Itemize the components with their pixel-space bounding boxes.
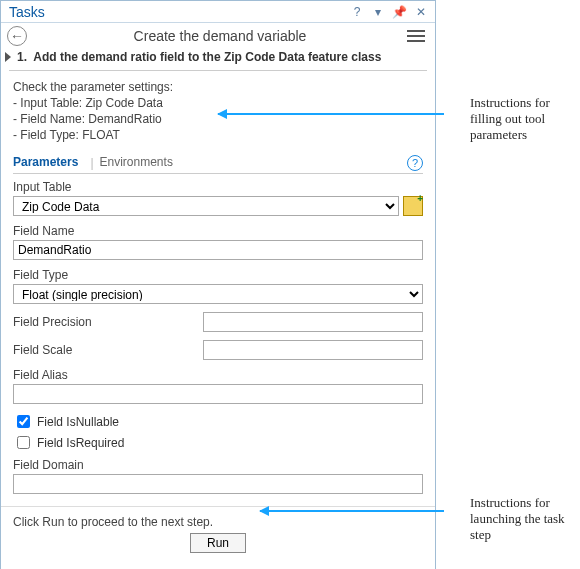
- tab-parameters[interactable]: Parameters: [13, 153, 84, 173]
- context-help-icon[interactable]: ?: [407, 155, 423, 171]
- footer: Click Run to proceed to the next step. R…: [1, 506, 435, 567]
- subheader: ← Create the demand variable: [1, 23, 435, 48]
- field-name-label: Field Name: [13, 224, 423, 238]
- is-required-checkbox[interactable]: [17, 436, 30, 449]
- task-title: Create the demand variable: [33, 28, 407, 44]
- help-icon[interactable]: ?: [349, 4, 365, 20]
- titlebar-icons: ? ▾ 📌 ✕: [347, 4, 429, 20]
- content: Check the parameter settings: - Input Ta…: [1, 79, 435, 494]
- is-nullable-row: Field IsNullable: [13, 412, 423, 431]
- tabs: Parameters | Environments ?: [13, 153, 423, 174]
- field-alias-label: Field Alias: [13, 368, 423, 382]
- titlebar: Tasks ? ▾ 📌 ✕: [1, 1, 435, 23]
- field-domain-label: Field Domain: [13, 458, 423, 472]
- step-row: 1. Add the demand ratio field to the Zip…: [1, 48, 435, 70]
- close-icon[interactable]: ✕: [413, 4, 429, 20]
- field-domain-input[interactable]: [13, 474, 423, 494]
- field-alias-input[interactable]: [13, 384, 423, 404]
- expand-icon[interactable]: [5, 52, 11, 62]
- field-scale-label: Field Scale: [13, 343, 203, 357]
- annotation-bottom: Instructions for launching the task step: [470, 495, 570, 543]
- instructions-heading: Check the parameter settings:: [13, 79, 423, 95]
- annotation-top: Instructions for filling out tool parame…: [470, 95, 570, 143]
- pin-icon[interactable]: 📌: [392, 4, 408, 20]
- field-precision-input[interactable]: [203, 312, 423, 332]
- instructions-line: - Field Type: FLOAT: [13, 127, 423, 143]
- field-precision-row: Field Precision: [13, 312, 423, 332]
- tab-separator: |: [90, 156, 93, 170]
- back-button[interactable]: ←: [7, 26, 27, 46]
- is-nullable-checkbox[interactable]: [17, 415, 30, 428]
- field-name-block: Field Name: [13, 224, 423, 260]
- tasks-panel: Tasks ? ▾ 📌 ✕ ← Create the demand variab…: [0, 0, 436, 569]
- field-type-label: Field Type: [13, 268, 423, 282]
- step-text: 1. Add the demand ratio field to the Zip…: [17, 50, 381, 64]
- tab-environments[interactable]: Environments: [100, 153, 179, 173]
- is-required-label: Field IsRequired: [37, 436, 124, 450]
- field-type-select[interactable]: Float (single precision): [13, 284, 423, 304]
- input-table-block: Input Table Zip Code Data: [13, 180, 423, 216]
- annotation-arrow-bottom: [260, 510, 444, 512]
- field-alias-block: Field Alias: [13, 368, 423, 404]
- field-scale-row: Field Scale: [13, 340, 423, 360]
- dropdown-icon[interactable]: ▾: [370, 4, 386, 20]
- panel-title: Tasks: [9, 4, 347, 20]
- field-precision-label: Field Precision: [13, 315, 203, 329]
- field-type-block: Field Type Float (single precision): [13, 268, 423, 304]
- add-layer-button[interactable]: [403, 196, 423, 216]
- run-button[interactable]: Run: [190, 533, 246, 553]
- menu-icon[interactable]: [407, 28, 425, 44]
- field-domain-block: Field Domain: [13, 458, 423, 494]
- field-scale-input[interactable]: [203, 340, 423, 360]
- field-name-input[interactable]: [13, 240, 423, 260]
- is-nullable-label: Field IsNullable: [37, 415, 119, 429]
- footer-hint-text: Click Run to proceed to the next step.: [13, 515, 423, 529]
- input-table-label: Input Table: [13, 180, 423, 194]
- input-table-select[interactable]: Zip Code Data: [13, 196, 399, 216]
- divider: [9, 70, 427, 71]
- annotation-arrow-top: [218, 113, 444, 115]
- is-required-row: Field IsRequired: [13, 433, 423, 452]
